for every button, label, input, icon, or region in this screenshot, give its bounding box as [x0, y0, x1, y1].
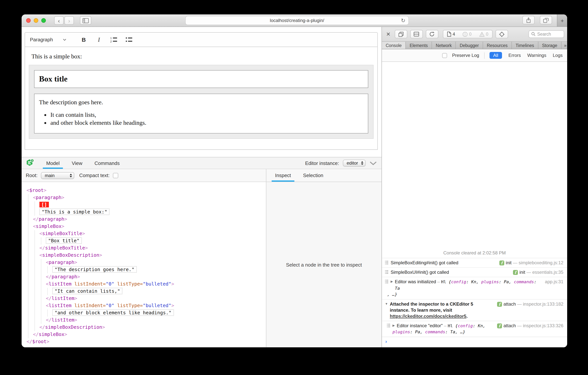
console-entry[interactable]: SimpleBoxEditing#init() got calledfinit …: [382, 258, 567, 267]
box-title-text[interactable]: Box title: [39, 74, 363, 84]
element-node-close[interactable]: </$root>: [27, 338, 266, 345]
console-location[interactable]: fattach — inspector.js:133:326: [497, 323, 563, 329]
element-node-open[interactable]: <$root>: [27, 187, 266, 194]
devtools-toolbar: ✕: [382, 27, 567, 42]
element-node-close[interactable]: </listItem>: [46, 295, 266, 302]
side-tab-inspect[interactable]: Inspect: [272, 169, 294, 182]
address-bar[interactable]: localhost/creating-a-plugin/ ↻: [185, 16, 409, 25]
element-node-open[interactable]: <listItem listIndent="0" listType="bulle…: [46, 302, 266, 309]
element-picker-button[interactable]: [495, 30, 508, 38]
element-node-open[interactable]: <simpleBoxTitle>: [39, 230, 266, 237]
disclosure-expanded-icon[interactable]: ▼: [385, 301, 388, 307]
console-entry[interactable]: ▶Editor was initialized – Hl {config: Kn…: [382, 277, 567, 299]
simple-box-widget[interactable]: Box title The description goes here. It …: [29, 65, 374, 139]
warning-count-button[interactable]: 0: [475, 32, 492, 37]
bulleted-list-button[interactable]: [125, 37, 133, 43]
element-node-close[interactable]: </simpleBoxTitle>: [39, 244, 266, 252]
devtools-tab-debugger[interactable]: Debugger: [456, 42, 483, 49]
text-node[interactable]: "and other block elements like headings.…: [52, 309, 266, 317]
description-list[interactable]: It can contain lists,and other block ele…: [50, 111, 363, 126]
console-link[interactable]: https://ckeditor.com/docs/ckeditor5: [390, 314, 466, 319]
text-node[interactable]: "It can contain lists,": [52, 288, 266, 295]
element-node-close[interactable]: </listItem>: [46, 317, 266, 324]
devtools-tab-resources[interactable]: Resources: [483, 42, 512, 49]
simple-box-description[interactable]: The description goes here. It can contai…: [34, 94, 368, 133]
element-node-open[interactable]: <paragraph>: [46, 259, 266, 266]
text-node[interactable]: "The description goes here.": [52, 266, 266, 273]
close-inspector-button[interactable]: ✕: [385, 31, 392, 37]
error-count-button[interactable]: 0: [459, 32, 475, 37]
console-message-text: Editor instance "editor": [397, 323, 443, 328]
collapse-inspector-icon[interactable]: [369, 161, 377, 165]
undock-button[interactable]: [395, 30, 407, 38]
compact-text-checkbox[interactable]: [113, 173, 118, 178]
element-node-close[interactable]: </paragraph>: [46, 273, 266, 281]
list-item[interactable]: and other block elements like headings.: [50, 120, 363, 126]
minimize-window-button[interactable]: [34, 18, 38, 23]
editor-instance-value: editor: [347, 160, 358, 166]
tab-overview-button[interactable]: [540, 16, 552, 24]
bold-icon: B: [82, 36, 86, 43]
list-item[interactable]: It can contain lists,: [50, 111, 363, 118]
object-preview[interactable]: Hl {config: Kn,: [448, 323, 485, 328]
scope-logs[interactable]: Logs: [553, 53, 563, 58]
console-entry[interactable]: SimpleBoxUI#init() got calledfinit — ess…: [382, 267, 567, 277]
sidebar-toggle-button[interactable]: [80, 16, 91, 25]
inspector-tab-commands[interactable]: Commands: [91, 157, 123, 169]
close-window-button[interactable]: [26, 18, 31, 23]
description-text[interactable]: The description goes here.: [39, 99, 363, 106]
element-node-close[interactable]: </simpleBoxDescription>: [39, 324, 266, 331]
dock-to-bottom-button[interactable]: [410, 30, 423, 38]
devtools-tab-timelines[interactable]: Timelines: [512, 42, 538, 49]
back-button[interactable]: ‹: [54, 16, 64, 25]
devtools-tab-network[interactable]: Network: [432, 42, 456, 49]
more-tabs-button[interactable]: »: [561, 42, 567, 49]
text-node[interactable]: "Box title": [46, 237, 266, 244]
selection-marker[interactable]: []: [39, 201, 266, 209]
root-select[interactable]: main: [41, 172, 74, 179]
scope-warnings[interactable]: Warnings: [527, 53, 546, 58]
element-node-open[interactable]: <simpleBoxDescription>: [39, 252, 266, 259]
text-node[interactable]: "This is a simple box:": [39, 209, 266, 216]
italic-button[interactable]: I: [95, 36, 103, 43]
inspector-tab-view[interactable]: View: [68, 157, 86, 169]
devtools-tab-console[interactable]: Console: [382, 42, 406, 49]
devtools-tab-elements[interactable]: Elements: [406, 42, 432, 49]
console-location[interactable]: finit — essentials.js:35: [513, 269, 563, 275]
console-location[interactable]: app.js:31: [545, 279, 563, 285]
disclosure-collapsed-icon[interactable]: ▶: [391, 279, 393, 285]
bold-button[interactable]: B: [80, 36, 88, 43]
reload-icon[interactable]: ↻: [401, 17, 405, 23]
page-resources-button[interactable]: 4: [443, 32, 459, 37]
editor-instance-select[interactable]: editor: [343, 160, 366, 166]
search-field[interactable]: Search: [528, 30, 564, 38]
scope-all[interactable]: All: [489, 52, 502, 59]
scope-errors[interactable]: Errors: [508, 53, 521, 58]
element-node-open[interactable]: <simpleBox>: [33, 223, 266, 230]
simple-box-title[interactable]: Box title: [34, 70, 368, 88]
model-tree[interactable]: <$root><paragraph>[]"This is a simple bo…: [21, 182, 266, 347]
console-prompt[interactable]: ›: [382, 337, 567, 347]
element-node-close[interactable]: </simpleBox>: [33, 331, 266, 338]
element-node-close[interactable]: </paragraph>: [33, 216, 266, 223]
element-node-open[interactable]: <listItem listIndent="0" listType="bulle…: [46, 281, 266, 288]
numbered-list-button[interactable]: 12: [110, 37, 118, 43]
console-location[interactable]: finit — simpleboxediting.js:12: [499, 260, 563, 266]
paragraph-dropdown[interactable]: Paragraph: [30, 37, 73, 43]
console-entry[interactable]: ▼Attached the inspector to a CKEditor 5 …: [382, 299, 567, 321]
editor-content[interactable]: This is a simple box: Box title The desc…: [25, 47, 378, 150]
new-tab-button[interactable]: +: [557, 14, 567, 27]
element-node-open[interactable]: <paragraph>: [33, 194, 266, 201]
preserve-log-checkbox[interactable]: [442, 53, 447, 58]
zoom-window-button[interactable]: [41, 18, 46, 23]
console-entry[interactable]: ▶Editor instance "editor" – Hl {config: …: [382, 321, 567, 337]
share-button[interactable]: [523, 16, 535, 24]
side-tab-selection[interactable]: Selection: [300, 169, 327, 182]
inspector-tab-model[interactable]: Model: [43, 157, 63, 169]
intro-paragraph[interactable]: This is a simple box:: [32, 53, 371, 60]
disclosure-collapsed-icon[interactable]: ▶: [392, 323, 395, 329]
reload-page-button[interactable]: [426, 30, 438, 38]
console-location[interactable]: fattach — inspector.js:133:182: [497, 301, 563, 307]
devtools-tab-storage[interactable]: Storage: [538, 42, 561, 49]
forward-button[interactable]: ›: [64, 16, 74, 25]
